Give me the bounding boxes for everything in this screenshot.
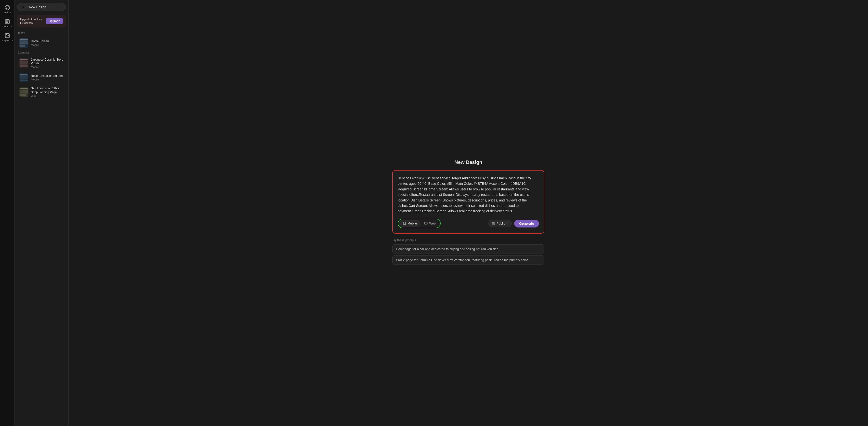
upgrade-button[interactable]: Upgrade <box>46 18 63 24</box>
home-screen-title: Home Screen <box>31 39 64 44</box>
device-toggle: Mobile Web <box>398 219 441 228</box>
prompt-suggestion-1[interactable]: Profile page for Formula One driver Max … <box>392 255 544 264</box>
upgrade-text: Upgrade to unlock full access <box>20 18 44 25</box>
svg-point-3 <box>6 34 7 35</box>
svg-point-0 <box>5 5 9 10</box>
sidebar-item-resort-selection[interactable]: Resort Selection Screen Mobile <box>16 71 67 84</box>
sidebar-item-text-to-ui[interactable]: Text to UI <box>0 17 14 30</box>
home-screen-info: Home Screen Mobile <box>31 39 64 47</box>
mobile-button[interactable]: Mobile <box>399 220 420 227</box>
visibility-label: Public <box>497 222 505 225</box>
new-design-label: + New Design <box>26 5 46 9</box>
sf-coffee-thumb <box>19 87 28 97</box>
japanese-ceramic-info: Japanese Ceramic Store Profile Mobile <box>31 58 64 68</box>
svg-rect-6 <box>425 222 427 224</box>
main-content: New Design Mobile Web <box>69 0 868 426</box>
sf-coffee-title: San Francisco Coffee Shop Landing Page <box>31 87 64 94</box>
explore-label: Explore <box>3 11 11 14</box>
home-screen-thumb <box>19 38 28 48</box>
examples-section-label: Examples <box>15 50 68 56</box>
sidebar: + New Design Upgrade to unlock full acce… <box>15 0 69 426</box>
sf-coffee-subtitle: Web <box>31 94 64 97</box>
text-to-ui-icon <box>5 19 10 24</box>
plus-icon <box>21 5 25 9</box>
mobile-icon <box>403 222 406 225</box>
upgrade-banner: Upgrade to unlock full access Upgrade <box>17 15 66 27</box>
web-button[interactable]: Web <box>421 220 439 227</box>
page-title: New Design <box>454 160 482 165</box>
monitor-icon <box>424 222 428 225</box>
visibility-dropdown[interactable]: Public ⌃ <box>489 220 512 227</box>
prompts-label: Try these prompts <box>392 238 544 242</box>
new-design-button[interactable]: + New Design <box>17 3 66 11</box>
sf-coffee-info: San Francisco Coffee Shop Landing Page W… <box>31 87 64 97</box>
resort-selection-thumb <box>19 73 28 82</box>
prompt-suggestion-0[interactable]: Homepage for a car app dedicated to buyi… <box>392 245 544 254</box>
prompt-controls: Mobile Web Public <box>398 219 539 228</box>
chevron-down-icon: ⌃ <box>506 222 508 225</box>
resort-selection-info: Resort Selection Screen Mobile <box>31 74 64 81</box>
svg-point-5 <box>404 224 404 224</box>
text-to-ui-label: Text to UI <box>2 25 12 28</box>
prompts-section: Try these prompts Homepage for a car app… <box>392 238 544 266</box>
icon-bar: Explore Text to UI Image to UI <box>0 0 15 426</box>
generate-button[interactable]: Generate <box>514 220 539 227</box>
home-screen-subtitle: Mobile <box>31 44 64 47</box>
prompt-input[interactable] <box>398 175 539 215</box>
today-section-label: Today <box>15 30 68 36</box>
sidebar-item-image-to-ui[interactable]: Image to UI <box>0 31 14 44</box>
japanese-ceramic-subtitle: Mobile <box>31 65 64 68</box>
japanese-ceramic-title: Japanese Ceramic Store Profile <box>31 58 64 65</box>
japanese-ceramic-thumb <box>19 58 28 68</box>
controls-right: Public ⌃ Generate <box>489 220 539 227</box>
sidebar-item-sf-coffee[interactable]: San Francisco Coffee Shop Landing Page W… <box>16 85 67 99</box>
explore-icon <box>5 5 10 10</box>
sidebar-item-explore[interactable]: Explore <box>0 3 14 16</box>
prompt-container: Mobile Web Public <box>392 170 544 234</box>
image-to-ui-icon <box>5 33 10 38</box>
mobile-label: Mobile <box>407 222 417 225</box>
resort-selection-title: Resort Selection Screen <box>31 74 64 78</box>
resort-selection-subtitle: Mobile <box>31 78 64 81</box>
sidebar-item-japanese-ceramic[interactable]: Japanese Ceramic Store Profile Mobile <box>16 56 67 70</box>
sidebar-item-home-screen[interactable]: Home Screen Mobile <box>16 36 67 50</box>
image-to-ui-label: Image to UI <box>1 39 13 42</box>
globe-icon <box>492 222 495 225</box>
web-label: Web <box>429 222 436 225</box>
